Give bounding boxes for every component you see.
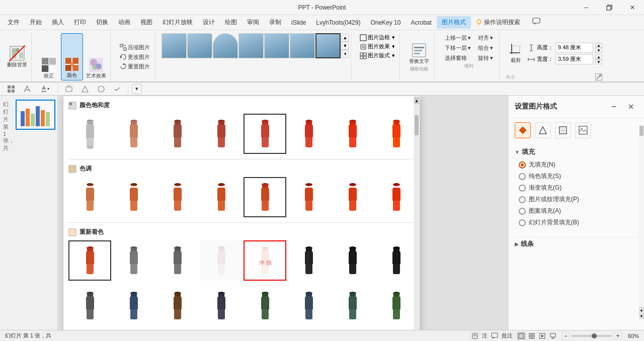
recolor-r2-3[interactable]	[200, 286, 243, 326]
menu-draw[interactable]: 绘图	[220, 16, 242, 29]
image-style-1[interactable]	[162, 33, 187, 58]
style-scroll-down[interactable]: ▼	[342, 42, 349, 50]
picture-border-button[interactable]: 图片边框 ▾	[358, 33, 396, 42]
rotate-button[interactable]: 旋转▾	[475, 53, 496, 63]
no-fill-radio[interactable]	[519, 161, 526, 168]
image-style-5[interactable]	[264, 33, 289, 58]
recolor-r2-6[interactable]	[331, 286, 374, 326]
size-expand-button[interactable]	[595, 73, 602, 80]
gradient-fill-option[interactable]: 渐变填充(G)	[519, 184, 638, 192]
width-down[interactable]: ▼	[595, 59, 602, 64]
panel-scroll-up[interactable]: ▲	[639, 307, 644, 313]
move-down-button[interactable]: 下移一层▾	[442, 43, 474, 53]
image-style-4[interactable]	[238, 33, 264, 58]
recolor-7[interactable]	[375, 240, 418, 281]
saturation-0[interactable]	[68, 114, 111, 154]
solid-fill-radio[interactable]	[519, 173, 526, 180]
zoom-out-button[interactable]: −	[561, 332, 570, 340]
scroll-thumb[interactable]	[415, 115, 419, 135]
menu-onekey[interactable]: OneKey 10	[365, 17, 406, 28]
notes-button[interactable]	[470, 332, 480, 340]
saturation-4-selected[interactable]	[244, 114, 286, 154]
image-style-3[interactable]	[213, 33, 238, 58]
recolor-6[interactable]	[331, 240, 374, 281]
tone-0[interactable]	[68, 177, 111, 217]
recolor-r2-7[interactable]	[375, 286, 418, 326]
menu-design[interactable]: 设计	[198, 16, 220, 29]
saturation-6[interactable]	[331, 114, 374, 154]
slide-bg-fill-option[interactable]: 幻灯片背景填充(B)	[519, 218, 638, 227]
image-style-6[interactable]	[290, 33, 315, 58]
style-scroll-up[interactable]: ▲	[342, 34, 349, 42]
move-up-button[interactable]: 上移一层▾	[442, 33, 474, 43]
zoom-in-button[interactable]: +	[614, 332, 622, 340]
height-up[interactable]: ▲	[595, 43, 602, 48]
slideshow-view-button[interactable]	[538, 332, 547, 340]
fill-section-title[interactable]: 填充	[515, 145, 638, 158]
close-button[interactable]: ✕	[621, 0, 644, 15]
saturation-5[interactable]	[287, 114, 330, 154]
menu-review[interactable]: 审阅	[242, 16, 264, 29]
width-input[interactable]	[555, 54, 593, 64]
reset-picture-button[interactable]: 重置图片	[117, 62, 153, 71]
height-input[interactable]	[555, 43, 593, 53]
recolor-r2-2[interactable]	[156, 286, 199, 326]
menu-slideshow[interactable]: 幻灯片放映	[157, 16, 198, 29]
tone-4-selected[interactable]	[244, 177, 286, 217]
toolbar-btn-7[interactable]	[110, 83, 124, 95]
tone-5[interactable]	[287, 177, 330, 217]
saturation-7[interactable]	[375, 114, 418, 154]
menu-file[interactable]: 文件	[3, 16, 25, 29]
menu-print[interactable]: 打印	[69, 16, 91, 29]
width-up[interactable]: ▲	[595, 54, 602, 59]
menu-insert[interactable]: 插入	[47, 16, 69, 29]
panel-scrollbar[interactable]	[639, 126, 644, 319]
recolor-3[interactable]	[200, 240, 243, 281]
slide-thumbnail[interactable]	[16, 100, 55, 130]
recolor-r2-4[interactable]	[244, 286, 286, 326]
art-effect-button[interactable]: 艺术效果	[84, 33, 108, 80]
recolor-0-selected[interactable]	[68, 240, 111, 281]
compress-button[interactable]: 压缩图片	[117, 43, 153, 52]
toolbar-btn-2[interactable]	[20, 83, 34, 95]
gradient-fill-radio[interactable]	[519, 185, 526, 192]
menu-picture-format[interactable]: 图片格式	[437, 16, 471, 29]
line-section-title[interactable]: 线条	[515, 237, 638, 250]
align-button[interactable]: 对齐▾	[475, 33, 496, 43]
recolor-r2-1[interactable]	[112, 286, 155, 326]
tone-3[interactable]	[200, 177, 243, 217]
color-button[interactable]: 颜色	[61, 33, 83, 80]
presenter-view-button[interactable]	[548, 332, 557, 340]
no-fill-option[interactable]: 无填充(N)	[519, 160, 638, 169]
scroll-up-btn[interactable]: ▲	[414, 97, 419, 104]
image-style-2[interactable]	[187, 33, 212, 58]
picture-fill-option[interactable]: 图片或纹理填充(P)	[519, 195, 638, 204]
saturation-2[interactable]	[156, 114, 199, 154]
minimize-button[interactable]: ─	[575, 0, 598, 15]
recolor-r2-0[interactable]	[68, 286, 111, 326]
panel-minimize-button[interactable]	[607, 100, 621, 114]
select-window-button[interactable]: 选择窗格	[442, 53, 474, 63]
menu-home[interactable]: 开始	[25, 16, 47, 29]
panel-close-button[interactable]	[624, 100, 638, 114]
scroll-track[interactable]	[415, 105, 419, 330]
panel-scroll-thumb[interactable]	[639, 126, 643, 136]
delete-background-button[interactable]: 删除背景	[6, 44, 28, 69]
recolor-2[interactable]	[156, 240, 199, 281]
solid-fill-option[interactable]: 纯色填充(S)	[519, 172, 638, 181]
restore-button[interactable]	[598, 0, 621, 15]
toolbar-btn-4[interactable]	[62, 83, 76, 95]
recolor-r2-5[interactable]	[287, 286, 330, 326]
toolbar-btn-1[interactable]	[4, 83, 18, 95]
normal-view-button[interactable]	[517, 332, 526, 340]
size-position-tab[interactable]	[555, 122, 571, 138]
toolbar-btn-8[interactable]: ▾	[132, 84, 142, 94]
menu-record[interactable]: 录制	[264, 16, 286, 29]
pattern-fill-radio[interactable]	[519, 208, 526, 215]
tone-1[interactable]	[112, 177, 155, 217]
tone-2[interactable]	[156, 177, 199, 217]
toolbar-btn-5[interactable]	[78, 83, 92, 95]
menu-animation[interactable]: 动画	[113, 16, 135, 29]
recolor-4-washout[interactable]: 冲 蚀	[244, 240, 286, 281]
style-expand[interactable]: ▾	[342, 50, 349, 58]
